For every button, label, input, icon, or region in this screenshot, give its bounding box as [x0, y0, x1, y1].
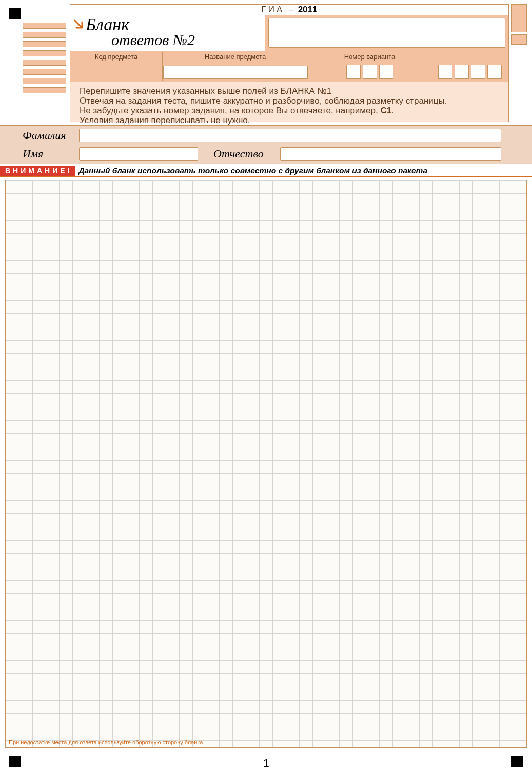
- variant-cell: Номер варианта: [308, 52, 431, 81]
- left-tick: [23, 50, 66, 56]
- extra-box[interactable]: [455, 65, 469, 79]
- arrow-icon: [73, 19, 84, 29]
- left-tick: [23, 60, 66, 66]
- dash: –: [289, 5, 293, 14]
- title-line2: ответов №2: [111, 31, 262, 49]
- form-header: ГИА – 2011 Бланк ответов №2 Код предмета…: [70, 4, 509, 122]
- instructions: Перепишите значения указанных выше полей…: [70, 82, 508, 122]
- variant-boxes: [346, 65, 393, 79]
- subject-code-cell: Код предмета: [70, 52, 163, 81]
- answer-grid[interactable]: При недостатке места для ответа использу…: [5, 180, 527, 748]
- instr-line: Не забудьте указать номер задания, на ко…: [80, 106, 499, 115]
- name-band: Фамилия Имя Отчество: [0, 125, 532, 164]
- form-title: Бланк ответов №2: [70, 15, 265, 51]
- decor-bar: [511, 4, 527, 32]
- title-row: Бланк ответов №2: [70, 15, 508, 51]
- exam-year-row: ГИА – 2011: [70, 5, 508, 15]
- warning-tag: ВНИМАНИЕ!: [0, 166, 75, 176]
- variant-box[interactable]: [346, 65, 361, 79]
- left-tick: [23, 69, 66, 75]
- variant-box[interactable]: [363, 65, 377, 79]
- subject-name-label: Название предмета: [163, 52, 308, 61]
- surname-row: Фамилия: [0, 128, 532, 143]
- grid-footer-note: При недостатке места для ответа использу…: [9, 739, 203, 745]
- extra-box[interactable]: [438, 65, 452, 79]
- left-tick: [23, 41, 66, 47]
- left-tick: [23, 23, 66, 29]
- firstname-input[interactable]: [79, 147, 198, 161]
- title-line1: Бланк: [86, 17, 262, 32]
- reg-mark-tl: [9, 8, 21, 19]
- patronymic-input[interactable]: [280, 147, 501, 161]
- warning-text: Данный бланк использовать только совмест…: [78, 166, 427, 175]
- extra-boxes: [438, 65, 502, 79]
- left-tick: [23, 87, 66, 93]
- extra-box[interactable]: [471, 65, 485, 79]
- instr-line: Перепишите значения указанных выше полей…: [80, 86, 499, 96]
- instr-line: Отвечая на задания теста, пишите аккурат…: [80, 96, 499, 106]
- exam-code: ГИА: [262, 5, 285, 14]
- decor-bar: [511, 34, 527, 45]
- code-fields-row: Код предмета Название предмета Номер вар…: [70, 52, 508, 81]
- variant-label: Номер варианта: [308, 52, 431, 61]
- subject-name-input[interactable]: [163, 66, 308, 79]
- surname-label: Фамилия: [23, 129, 79, 142]
- left-tick: [23, 32, 66, 38]
- subject-name-cell: Название предмета: [163, 52, 308, 81]
- firstname-label: Имя: [23, 147, 79, 161]
- page-number: 1: [0, 757, 532, 770]
- surname-input[interactable]: [79, 129, 501, 142]
- barcode-placeholder: [268, 18, 505, 48]
- warning-bar: ВНИМАНИЕ! Данный бланк использовать толь…: [0, 165, 532, 177]
- instr-line: Условия задания переписывать не нужно.: [80, 115, 499, 125]
- extra-box[interactable]: [487, 65, 502, 79]
- exam-year: 2011: [298, 5, 318, 14]
- extra-cell: [431, 52, 508, 81]
- variant-box[interactable]: [379, 65, 393, 79]
- subject-code-label: Код предмета: [70, 52, 162, 61]
- name-patronymic-row: Имя Отчество: [0, 146, 532, 162]
- patronymic-label: Отчество: [213, 147, 280, 161]
- left-tick: [23, 78, 66, 84]
